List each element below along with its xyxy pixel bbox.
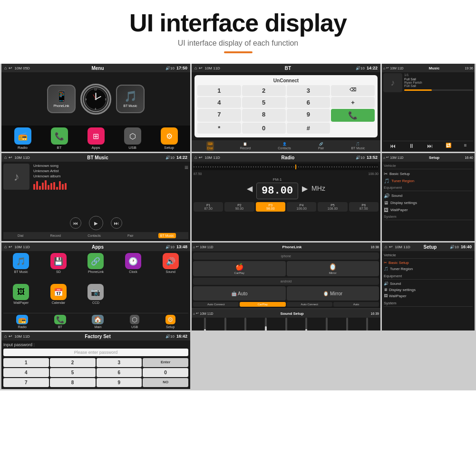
- s5-repeat[interactable]: 🔁: [446, 143, 451, 149]
- preset-2[interactable]: P290.00: [224, 202, 254, 212]
- dial-key-1[interactable]: 1: [197, 85, 241, 96]
- s3-tab-pair[interactable]: Pair: [126, 233, 135, 238]
- f-key-no[interactable]: NO: [143, 378, 188, 387]
- preset-4[interactable]: P4106.00: [287, 202, 316, 212]
- s3-prev[interactable]: ⏮: [70, 217, 81, 229]
- s2-back[interactable]: ↩: [199, 66, 203, 70]
- carplay-btn[interactable]: 🍎 CarPlay: [193, 261, 286, 276]
- basic-setup-item[interactable]: ✂ Basic Setup: [384, 170, 473, 177]
- s2-tab-record[interactable]: 📋Record: [239, 141, 252, 151]
- s3-next[interactable]: ⏭: [111, 217, 122, 229]
- tuner-region-row[interactable]: 🎵Tuner Region: [384, 266, 473, 272]
- s6-usb[interactable]: ⬡ USB: [130, 315, 139, 329]
- freq-prev-arrow[interactable]: ◀: [247, 184, 253, 193]
- f-key-5[interactable]: 5: [50, 368, 96, 377]
- wallpaper-row[interactable]: 🖼WallPaper: [384, 293, 473, 299]
- s2-tab-dial[interactable]: ⌨Dial: [206, 141, 214, 151]
- preset-6[interactable]: P687.50: [349, 202, 379, 212]
- s6-radio[interactable]: 📻 Radio: [16, 315, 28, 329]
- app-calendar[interactable]: 📅 Calendar: [41, 284, 77, 313]
- s5-next[interactable]: ⏭: [427, 143, 433, 149]
- dial-key-2[interactable]: 2: [242, 85, 286, 96]
- wallpaper-item[interactable]: 🖼 WallPaper: [384, 206, 473, 214]
- s3-tab-btmusic[interactable]: BT Music: [158, 233, 176, 238]
- mirror-android-btn[interactable]: 🪞 Mirror: [287, 286, 379, 301]
- s3-tab-record[interactable]: Record: [48, 233, 63, 238]
- f-key-3[interactable]: 3: [97, 358, 142, 367]
- s5-pause[interactable]: ⏸: [408, 143, 414, 149]
- s2-tab-pair[interactable]: 🔗Pair: [317, 141, 325, 151]
- s4-date: 10M 11D: [204, 155, 220, 160]
- s3-play[interactable]: ▶: [89, 216, 103, 230]
- dial-key-plus[interactable]: +: [331, 97, 375, 108]
- dial-key-4[interactable]: 4: [197, 97, 241, 108]
- orange-divider: [224, 51, 253, 53]
- radio-button[interactable]: 📻 Radio: [14, 127, 31, 150]
- auto-connect-carplay[interactable]: Auto Connect: [193, 302, 239, 307]
- setup-button[interactable]: ⚙ Setup: [161, 127, 178, 150]
- f-key-2[interactable]: 2: [50, 358, 96, 367]
- s6-main[interactable]: 🏠 Main: [92, 315, 104, 329]
- freq-band: FM-1: [273, 177, 282, 182]
- bt-button[interactable]: 📞 BT: [51, 127, 68, 150]
- dial-key-7[interactable]: 7: [197, 109, 241, 122]
- back-icon[interactable]: ↩: [9, 66, 12, 70]
- app-ccd[interactable]: 📷 CCD: [78, 284, 114, 313]
- dial-key-call[interactable]: 📞: [331, 109, 375, 122]
- dial-key-8[interactable]: 8: [242, 109, 286, 122]
- s3-playlist-icon[interactable]: ≡: [185, 164, 188, 171]
- dial-key-hash[interactable]: #: [287, 123, 330, 134]
- display-row[interactable]: 🖥Display settings: [384, 287, 473, 293]
- s3-tab-contacts[interactable]: Contacts: [86, 233, 103, 238]
- factory-password-input[interactable]: Please enter password: [3, 349, 188, 356]
- sound-item[interactable]: 🔊 Sound: [384, 192, 473, 199]
- dial-key-0[interactable]: 0: [242, 123, 286, 134]
- app-phonelink[interactable]: 🔗 PhoneLink: [78, 253, 114, 282]
- f-key-7[interactable]: 7: [3, 378, 49, 387]
- btmusic-app-icon[interactable]: 🎵 BT Music: [116, 85, 145, 113]
- f-key-0[interactable]: 0: [143, 368, 188, 377]
- preset-1[interactable]: P187.50: [194, 202, 223, 212]
- mirror-btn[interactable]: 🪞 Mirror: [287, 261, 379, 276]
- s3-artist: Unknown Artist: [33, 169, 181, 173]
- s2-home[interactable]: ⌂: [194, 66, 197, 70]
- dial-key-9[interactable]: 9: [287, 109, 330, 122]
- s2-tab-btmusic[interactable]: 🎵BT Music: [350, 141, 366, 151]
- dial-key-star[interactable]: *: [197, 123, 241, 134]
- app-sd[interactable]: 💾 SD: [41, 253, 77, 282]
- auto-btn[interactable]: 🤖 Auto: [193, 286, 286, 301]
- app-wallpaper[interactable]: 🖼 WallPaper: [3, 284, 39, 313]
- basic-setup-row[interactable]: ✂Basic Setup: [384, 260, 473, 266]
- sound-row[interactable]: 🔊Sound: [384, 281, 473, 287]
- tuner-region-item[interactable]: 🎵 Tuner Region: [384, 177, 473, 185]
- home-icon[interactable]: ⌂: [4, 66, 7, 70]
- dial-key-6[interactable]: 6: [287, 97, 330, 108]
- s6-setup[interactable]: ⚙ Setup: [165, 315, 175, 329]
- dial-key-3[interactable]: 3: [287, 85, 330, 96]
- s5-prev[interactable]: ⏮: [390, 143, 396, 149]
- preset-3[interactable]: P398.00: [256, 202, 285, 212]
- dial-key-back[interactable]: ⌫: [331, 85, 375, 96]
- f-key-8[interactable]: 8: [50, 378, 96, 387]
- display-settings-item[interactable]: 🖥 Display settings: [384, 199, 473, 206]
- apps-button[interactable]: ⊞ Apps: [87, 127, 105, 150]
- f-key-9[interactable]: 9: [97, 378, 142, 387]
- app-clock[interactable]: 🕐 Clock: [116, 253, 151, 282]
- usb-button[interactable]: ⬡ USB: [124, 127, 141, 150]
- s6-bt[interactable]: 📞 BT: [54, 315, 66, 329]
- s5-list[interactable]: ≡: [464, 143, 467, 149]
- app-sound[interactable]: 🔊 Sound: [153, 253, 188, 282]
- f-key-enter[interactable]: Enter: [143, 358, 188, 367]
- app-btmusic[interactable]: 🎵 BT Music: [3, 253, 39, 282]
- f-key-4[interactable]: 4: [3, 368, 49, 377]
- auto-connect-android[interactable]: Auto Connect: [287, 302, 332, 307]
- preset-5[interactable]: P5108.00: [318, 202, 347, 212]
- s2-tab-contacts[interactable]: 👤Contacts: [277, 141, 292, 151]
- dial-key-5[interactable]: 5: [242, 97, 286, 108]
- f-key-1[interactable]: 1: [3, 358, 49, 367]
- freq-next-arrow[interactable]: ▶: [302, 184, 308, 193]
- f-key-6[interactable]: 6: [97, 368, 142, 377]
- s3-title: BT Music: [87, 155, 108, 160]
- s3-tab-dial[interactable]: Dial: [16, 233, 25, 238]
- phonelink-app-icon[interactable]: 📱 PhoneLink: [47, 85, 76, 113]
